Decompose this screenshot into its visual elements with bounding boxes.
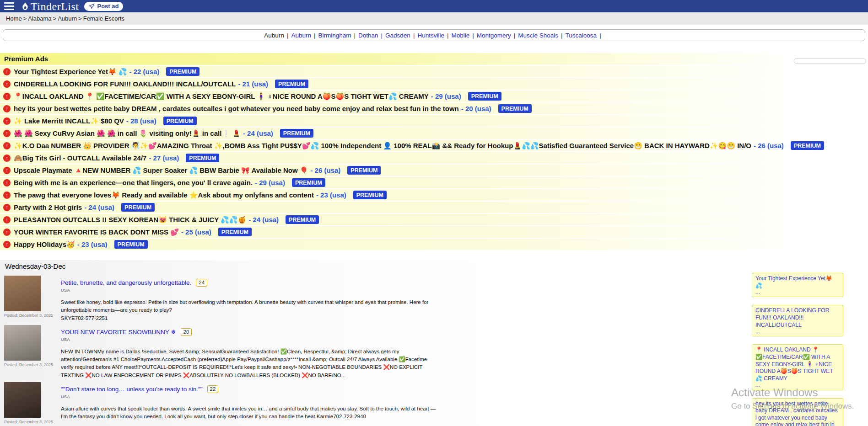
- premium-ad-title[interactable]: The pawg that everyone loves🦊 Ready and …: [14, 191, 314, 199]
- premium-ad-age-location: - 24 (usa): [243, 129, 273, 137]
- city-link[interactable]: Mobile: [451, 32, 469, 39]
- listing-photo[interactable]: [4, 276, 41, 311]
- premium-ad-row: ↑ Happy HOlidays🥳 - 23 (usa) PREMIUM: [0, 239, 868, 250]
- listing-description: Sweet like honey, bold like espresso. Pe…: [61, 298, 441, 314]
- breadcrumb: Home>Alabama>Auburn>Female Escorts: [0, 12, 868, 25]
- city-separator: |: [514, 32, 516, 39]
- bump-up-icon: ↑: [3, 229, 11, 236]
- premium-badge[interactable]: PREMIUM: [468, 92, 501, 101]
- age-badge: 24: [196, 279, 207, 287]
- premium-badge[interactable]: PREMIUM: [121, 203, 155, 212]
- premium-ad-title[interactable]: Happy HOlidays🥳: [14, 240, 75, 249]
- premium-badge[interactable]: PREMIUM: [280, 129, 313, 138]
- premium-ad-row: ↑ hey its your best wettes petite baby D…: [0, 103, 868, 114]
- premium-ad-title[interactable]: YOUR WINTER FAVORITE IS BACK DONT MISS 💕: [14, 228, 179, 236]
- premium-ad-age-location: - 24 (usa): [84, 203, 114, 211]
- bump-up-icon: ↑: [3, 167, 11, 174]
- sidebar-ad-link[interactable]: 📍 INCALL OAKLAND 📍 ✅FACETIME/CAR✅ WITH A…: [755, 346, 840, 382]
- city-link[interactable]: Birmingham: [318, 32, 351, 39]
- top-nav: TinderList Post ad: [0, 0, 868, 12]
- premium-ads-list: ↑ Your Tightest Experience Yet🦊 💦 - 22 (…: [0, 66, 868, 250]
- premium-ad-title[interactable]: ✨ Lake Merritt INCALL✨ $80 QV: [14, 117, 124, 125]
- premium-ad-title[interactable]: Upscale Playmate 🔺NEW NUMBER 💦 Super Soa…: [14, 166, 308, 175]
- premium-ad-title[interactable]: 🙈Big Tits Girl - OUTCALL Available 24/7: [14, 154, 146, 162]
- premium-badge[interactable]: PREMIUM: [292, 178, 325, 187]
- sidebar-ad-box[interactable]: hey its your best wettes petite baby DRE…: [752, 398, 843, 426]
- posted-date: Posted: December 3, 2025: [4, 313, 53, 318]
- premium-ad-title[interactable]: Your Tightest Experience Yet🦊 💦: [14, 68, 127, 76]
- breadcrumb-item[interactable]: Alabama: [28, 15, 51, 22]
- premium-badge[interactable]: PREMIUM: [498, 104, 532, 113]
- paper-plane-icon: [89, 3, 95, 9]
- premium-ad-age-location: - 23 (usa): [316, 191, 346, 199]
- premium-badge[interactable]: PREMIUM: [163, 117, 197, 125]
- premium-ad-row: ↑ Your Tightest Experience Yet🦊 💦 - 22 (…: [0, 66, 868, 77]
- premium-badge[interactable]: PREMIUM: [275, 80, 308, 88]
- sidebar-ad-box[interactable]: 📍 INCALL OAKLAND 📍 ✅FACETIME/CAR✅ WITH A…: [752, 344, 843, 390]
- sidebar-ad-ellipsis: ...: [755, 329, 840, 335]
- breadcrumb-item[interactable]: Auburn: [58, 15, 77, 22]
- premium-ad-age-location: - 21 (usa): [238, 80, 268, 88]
- sidebar-ad-box[interactable]: CINDERELLA LOOKING FOR FUN!!! OAKLAND!!!…: [752, 305, 843, 336]
- listing-body: YOUR NEW FAVORITE SNOWBUNNY ❄ 20 USA NEW…: [61, 325, 441, 379]
- breadcrumb-item[interactable]: Home: [6, 15, 22, 22]
- premium-ad-row: ↑ CINDERELLA LOOKING FOR FUN!!! OAKLAND!…: [0, 78, 868, 90]
- listing-title-link[interactable]: YOUR NEW FAVORITE SNOWBUNNY ❄: [61, 328, 176, 335]
- sidebar-ad-link[interactable]: CINDERELLA LOOKING FOR FUN!!! OAKLAND!!!…: [755, 307, 840, 329]
- premium-ad-row: ↑ YOUR WINTER FAVORITE IS BACK DONT MISS…: [0, 226, 868, 238]
- listing-title-link[interactable]: Petite, brunette, and dangerously unforg…: [61, 279, 191, 286]
- city-separator: |: [472, 32, 474, 39]
- bump-up-icon: ↑: [3, 142, 11, 149]
- posted-date: Posted: December 3, 2025: [4, 362, 53, 367]
- city-link[interactable]: Auburn: [291, 32, 311, 39]
- premium-ad-title[interactable]: 🌺 🌺 Sexy CuRvy Asian 🌺 🌺 in call 🌷 visit…: [14, 129, 241, 138]
- premium-badge[interactable]: PREMIUM: [791, 141, 824, 150]
- listing-photo[interactable]: [4, 325, 41, 361]
- premium-ad-title[interactable]: PLEASANTON OUTCALLS !! SEXY KOREAN😻 THIC…: [14, 216, 246, 224]
- premium-badge[interactable]: PREMIUM: [218, 228, 252, 236]
- bump-up-icon: ↑: [3, 93, 11, 100]
- site-logo[interactable]: TinderList: [21, 1, 79, 12]
- city-link[interactable]: Dothan: [358, 32, 378, 39]
- premium-ad-title[interactable]: ✨K.O Daa NUMBER 👑 PROVIDER 🧖✨💕AMAZING Th…: [14, 142, 751, 150]
- sidebar-ad-box[interactable]: Your Tightest Experience Yet🦊 💦 ...: [752, 273, 843, 297]
- city-link[interactable]: Tuscaloosa: [566, 32, 597, 39]
- premium-badge[interactable]: PREMIUM: [166, 67, 199, 76]
- city-link[interactable]: Gadsden: [385, 32, 410, 39]
- sidebar-ad-link[interactable]: hey its your best wettes petite baby DRE…: [755, 400, 840, 426]
- city-current: Auburn: [264, 32, 284, 39]
- premium-ad-title[interactable]: Being with me is an experience—one that …: [14, 179, 253, 186]
- premium-ad-title[interactable]: CINDERELLA LOOKING FOR FUN!!! OAKLAND!!!…: [14, 80, 236, 88]
- listing-photo[interactable]: [4, 382, 41, 418]
- premium-ad-age-location: - 29 (usa): [431, 92, 461, 100]
- city-separator: |: [447, 32, 449, 39]
- premium-ad-row: ↑ 🙈Big Tits Girl - OUTCALL Available 24/…: [0, 152, 868, 164]
- listing-row: Posted: December 3, 2025 Petite, brunett…: [0, 274, 868, 323]
- bump-up-icon: ↑: [3, 241, 11, 248]
- city-separator: |: [413, 32, 415, 39]
- premium-badge[interactable]: PREMIUM: [353, 191, 387, 199]
- premium-ad-title[interactable]: hey its your best wettes petite baby DRE…: [14, 105, 459, 112]
- listing-description: Asian allure with curves that speak loud…: [61, 405, 441, 421]
- city-link[interactable]: Huntsville: [417, 32, 444, 39]
- premium-ad-title[interactable]: Party with 2 Hot girls: [14, 203, 82, 211]
- premium-badge[interactable]: PREMIUM: [286, 215, 319, 224]
- date-header: Wednesday-03-Dec: [0, 260, 868, 274]
- premium-ad-title[interactable]: 📍INCALL OAKLAND 📍 ✅FACETIME/CAR✅ WITH A …: [14, 92, 429, 101]
- city-separator: |: [287, 32, 289, 39]
- listing-title-link[interactable]: ""Don't stare too long… unless you're re…: [61, 386, 202, 393]
- listing-row: Posted: December 3, 2025 ""Don't stare t…: [0, 380, 868, 426]
- premium-badge[interactable]: PREMIUM: [347, 166, 381, 175]
- city-link[interactable]: Montgomery: [477, 32, 511, 39]
- listings-section: Wednesday-03-Dec Posted: December 3, 202…: [0, 260, 868, 426]
- age-badge: 20: [181, 328, 192, 336]
- sidebar-ad-link[interactable]: Your Tightest Experience Yet🦊 💦: [755, 275, 840, 289]
- menu-icon[interactable]: [3, 1, 15, 11]
- premium-ad-age-location: - 27 (usa): [149, 154, 179, 162]
- city-link[interactable]: Muscle Shoals: [518, 32, 558, 39]
- premium-badge[interactable]: PREMIUM: [186, 154, 219, 162]
- premium-badge[interactable]: PREMIUM: [114, 240, 148, 249]
- breadcrumb-item: Female Escorts: [83, 15, 124, 22]
- post-ad-button[interactable]: Post ad: [84, 2, 123, 11]
- sidebar-ad-ellipsis: ...: [755, 289, 840, 295]
